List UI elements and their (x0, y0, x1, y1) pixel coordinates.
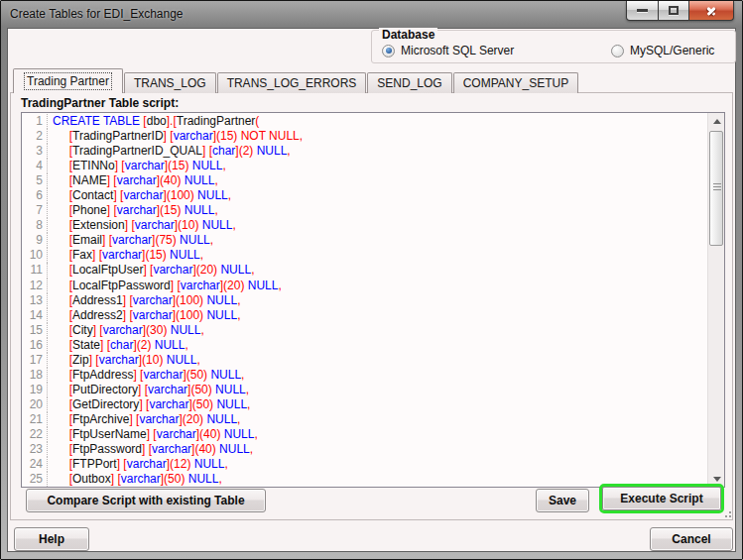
code-text: [TradingPartnerID_QUAL] [char](2) NULL, (53, 144, 291, 159)
cancel-button[interactable]: Cancel (650, 527, 733, 551)
line-number: 14 (22, 308, 48, 323)
execute-script-button[interactable]: Execute Script (602, 487, 721, 510)
line-number: 5 (22, 173, 48, 188)
code-line: 1CREATE TABLE [dbo].[TradingPartner( (22, 114, 707, 129)
code-text: [FtpArchive] [varchar](20) NULL, (53, 412, 240, 427)
line-number: 24 (22, 457, 48, 472)
code-line: 3 [TradingPartnerID_QUAL] [char](2) NULL… (22, 144, 707, 159)
code-line: 23 [FtpPassword] [varchar](40) NULL, (22, 442, 707, 457)
code-line: 15 [City] [varchar](30) NULL, (22, 323, 707, 338)
code-line: 4 [ETINNo] [varchar](15) NULL, (22, 159, 707, 173)
minimize-icon (637, 9, 648, 12)
code-text: [NAME] [varchar](40) NULL, (53, 173, 218, 188)
help-button[interactable]: Help (14, 527, 89, 551)
line-number: 1 (22, 114, 48, 129)
tab-company-setup[interactable]: COMPANY_SETUP (453, 72, 578, 93)
line-number: 17 (22, 353, 48, 368)
line-number: 22 (22, 427, 48, 442)
code-line: 13 [Address1] [varchar](100) NULL, (22, 293, 707, 308)
line-number: 16 (22, 338, 48, 353)
tab-send-log[interactable]: SEND_LOG (367, 72, 451, 93)
radio-circle-icon (611, 45, 624, 57)
code-text: [ETINNo] [varchar](15) NULL, (53, 159, 226, 173)
line-number: 8 (22, 218, 48, 233)
line-number: 9 (22, 233, 48, 248)
line-number: 11 (22, 263, 48, 278)
code-line: 22 [FtpUserName] [varchar](40) NULL, (22, 427, 707, 442)
line-number: 10 (22, 248, 48, 263)
code-text: [LocalFtpUser] [varchar](20) NULL, (53, 263, 254, 278)
scrollbar-grip-icon (713, 183, 721, 192)
code-text: [LocalFtpPassword] [varchar](20) NULL, (53, 279, 282, 293)
window-title: Create Tables for EDI_Exchange (10, 7, 184, 21)
code-text: [FtpAddress] [varchar](50) NULL, (53, 368, 244, 383)
code-line: 12 [LocalFtpPassword] [varchar](20) NULL… (22, 279, 707, 293)
tab-label: TRANS_LOG (134, 76, 206, 90)
line-number: 13 (22, 293, 48, 308)
tab-trading-partner[interactable]: Trading Partner (13, 68, 123, 93)
code-text: [Fax] [varchar](15) NULL, (53, 248, 203, 263)
code-text: [Zip] [varchar](10) NULL, (53, 353, 200, 368)
line-number: 23 (22, 442, 48, 457)
line-number: 19 (22, 383, 48, 397)
code-text: [FtpPassword] [varchar](40) NULL, (53, 442, 253, 457)
code-line: 8 [Extension] [varchar](10) NULL, (22, 218, 707, 233)
code-text: [PutDirectory] [varchar](50) NULL, (53, 383, 249, 397)
tab-label: COMPANY_SETUP (463, 76, 568, 90)
radio-microsoft-sql-server[interactable]: Microsoft SQL Server (382, 42, 514, 59)
maximize-icon (669, 6, 679, 15)
line-number: 12 (22, 279, 48, 293)
vertical-scrollbar[interactable] (707, 113, 724, 487)
tab-label: TRANS_LOG_ERRORS (227, 76, 357, 90)
line-number: 2 (22, 129, 48, 144)
radio-label: Microsoft SQL Server (401, 44, 514, 57)
code-text: [FtpUserName] [varchar](40) NULL, (53, 427, 258, 442)
tab-trans-log[interactable]: TRANS_LOG (124, 72, 216, 93)
line-number: 20 (22, 397, 48, 412)
code-line: 20 [GetDirectory] [varchar](50) NULL, (22, 397, 707, 412)
code-text: [Email] [varchar](75) NULL, (53, 233, 213, 248)
resize-grip-icon[interactable] (722, 508, 732, 518)
code-line: 11 [LocalFtpUser] [varchar](20) NULL, (22, 263, 707, 278)
scrollbar-thumb[interactable] (709, 131, 723, 246)
database-groupbox: Database Microsoft SQL ServerMySQL/Gener… (371, 30, 736, 63)
compare-script-button[interactable]: Compare Script with existing Table (26, 489, 266, 512)
code-line: 17 [Zip] [varchar](10) NULL, (22, 353, 707, 368)
line-number: 7 (22, 203, 48, 218)
close-icon (705, 5, 717, 17)
line-number: 3 (22, 144, 48, 159)
tab-label: Trading Partner (25, 73, 111, 89)
script-label: TradingPartner Table script: (21, 96, 179, 110)
title-bar[interactable]: Create Tables for EDI_Exchange (1, 1, 742, 28)
minimize-button[interactable] (626, 1, 659, 21)
code-line: 2 [TradingPartnerID] [varchar](15) NOT N… (22, 129, 707, 144)
code-line: 7 [Phone] [varchar](15) NULL, (22, 203, 707, 218)
code-line: 5 [NAME] [varchar](40) NULL, (22, 173, 707, 188)
tab-strip: Trading PartnerTRANS_LOGTRANS_LOG_ERRORS… (13, 68, 579, 93)
code-text: [Contact] [varchar](100) NULL, (53, 188, 231, 203)
code-text: [City] [varchar](30) NULL, (53, 323, 204, 338)
code-text: [Extension] [varchar](10) NULL, (53, 218, 236, 233)
dialog-client-area: Database Microsoft SQL ServerMySQL/Gener… (7, 28, 736, 552)
scroll-up-icon (713, 119, 721, 124)
code-text: [Address2] [varchar](100) NULL, (53, 308, 240, 323)
code-text: [FTPPort] [varchar](12) NULL, (53, 457, 228, 472)
code-line: 10 [Fax] [varchar](15) NULL, (22, 248, 707, 263)
radio-mysql-generic[interactable]: MySQL/Generic (611, 42, 714, 59)
close-button[interactable] (689, 1, 734, 21)
scroll-up-button[interactable] (708, 113, 725, 129)
tab-trans-log-errors[interactable]: TRANS_LOG_ERRORS (217, 72, 367, 93)
save-button[interactable]: Save (536, 489, 589, 512)
code-text: CREATE TABLE [dbo].[TradingPartner( (53, 114, 259, 129)
code-line: 19 [PutDirectory] [varchar](50) NULL, (22, 383, 707, 397)
code-text: [Phone] [varchar](15) NULL, (53, 203, 218, 218)
code-text: [Outbox] [varchar](50) NULL, (53, 472, 222, 487)
code-line: 24 [FTPPort] [varchar](12) NULL, (22, 457, 707, 472)
code-line: 21 [FtpArchive] [varchar](20) NULL, (22, 412, 707, 427)
database-radio-group: Microsoft SQL ServerMySQL/Generic (372, 42, 735, 59)
line-number: 15 (22, 323, 48, 338)
maximize-button[interactable] (659, 1, 689, 21)
sql-script-editor[interactable]: 1CREATE TABLE [dbo].[TradingPartner(2 [T… (21, 112, 725, 488)
execute-script-highlight: Execute Script (599, 484, 724, 513)
line-number: 6 (22, 188, 48, 203)
